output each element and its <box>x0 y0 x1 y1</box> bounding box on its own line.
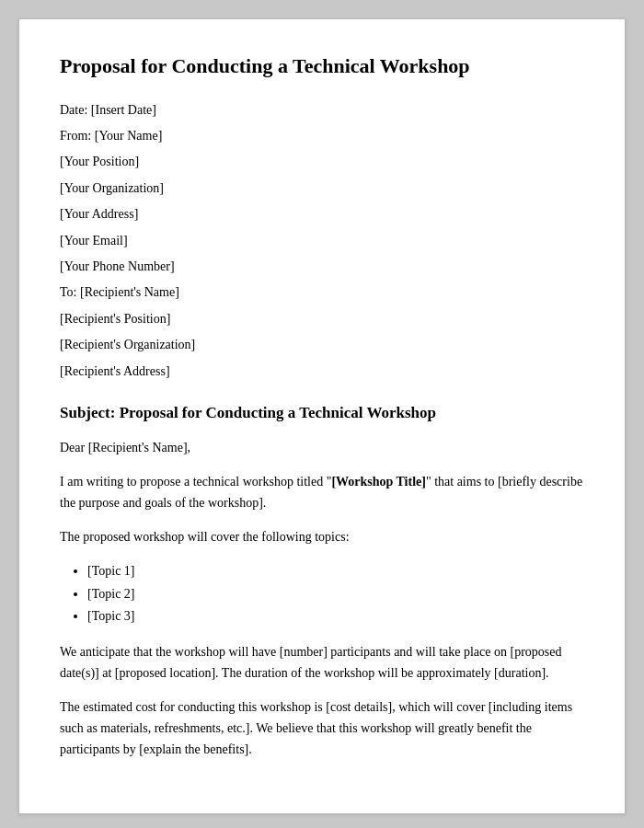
topic-item: [Topic 1] <box>87 560 584 583</box>
meta-recipient-position: [Recipient's Position] <box>60 309 584 329</box>
meta-recipient-address: [Recipient's Address] <box>60 362 584 382</box>
document-container: Proposal for Conducting a Technical Work… <box>18 18 626 814</box>
topic-item: [Topic 2] <box>87 583 584 606</box>
meta-recipient-organization: [Recipient's Organization] <box>60 335 584 355</box>
meta-from: From: [Your Name] <box>60 126 584 146</box>
meta-date: Date: [Insert Date] <box>60 100 584 121</box>
subject-line: Subject: Proposal for Conducting a Techn… <box>60 404 584 422</box>
meta-email: [Your Email] <box>60 231 584 251</box>
salutation: Dear [Recipient's Name], <box>60 437 584 458</box>
para1-bold: [Workshop Title] <box>331 475 426 489</box>
paragraph-1: I am writing to propose a technical work… <box>60 471 584 513</box>
document-title: Proposal for Conducting a Technical Work… <box>60 52 584 80</box>
paragraph-4: The estimated cost for conducting this w… <box>60 696 584 760</box>
para1-prefix: I am writing to propose a technical work… <box>60 475 331 489</box>
paragraph-3: We anticipate that the workshop will hav… <box>60 641 584 684</box>
meta-phone: [Your Phone Number] <box>60 257 584 277</box>
meta-address: [Your Address] <box>60 204 584 224</box>
topics-list: [Topic 1] [Topic 2] [Topic 3] <box>87 560 584 628</box>
meta-position: [Your Position] <box>60 152 584 172</box>
topic-item: [Topic 3] <box>87 605 584 628</box>
meta-to: To: [Recipient's Name] <box>60 282 584 303</box>
paragraph-2: The proposed workshop will cover the fol… <box>60 526 584 547</box>
meta-organization: [Your Organization] <box>60 178 584 199</box>
